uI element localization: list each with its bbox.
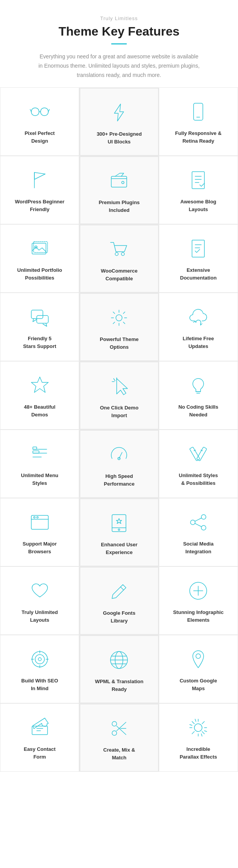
seo-icon bbox=[27, 647, 52, 672]
feature-label-ux: Enhanced UserExperience bbox=[101, 541, 138, 556]
feature-label-fonts: Google FontsLibrary bbox=[103, 609, 136, 624]
menu-icon bbox=[27, 442, 52, 466]
no-coding-icon bbox=[186, 373, 211, 398]
feature-card-create-match: Create, Mix &Match bbox=[80, 704, 158, 772]
feature-card-layouts: Truly UnlimitedLayouts bbox=[0, 567, 79, 635]
feature-label-demo-import: One Click DemoImport bbox=[100, 404, 139, 419]
feature-card-plugins: Premium PluginsIncluded bbox=[80, 156, 158, 224]
feature-label-support: Friendly 5Stars Support bbox=[23, 335, 56, 350]
title-divider bbox=[111, 43, 127, 44]
feature-label-seo: Build With SEOIn Mind bbox=[21, 677, 58, 692]
feature-label-demos: 48+ BeautifulDemos bbox=[24, 403, 55, 418]
feature-label-woocommerce: WooCommerceCompatible bbox=[101, 267, 138, 282]
feature-label-create-match: Create, Mix &Match bbox=[103, 746, 135, 761]
infographic-icon bbox=[186, 578, 211, 603]
contact-icon bbox=[27, 715, 52, 740]
demos-icon bbox=[27, 373, 52, 398]
woocommerce-icon bbox=[107, 237, 131, 262]
feature-label-ui-blocks: 300+ Pre-DesignedUI Blocks bbox=[97, 130, 142, 145]
feature-card-infographic: Stunning InfographicElements bbox=[159, 567, 238, 635]
feature-card-support: Friendly 5Stars Support bbox=[0, 293, 79, 361]
feature-label-styles: Unlimited Styles& Possibilities bbox=[179, 472, 218, 487]
feature-card-no-coding: No Coding SkillsNeeded bbox=[159, 362, 238, 430]
feature-card-wordpress: WordPress BeginnerFriendly bbox=[0, 156, 79, 224]
blog-icon bbox=[186, 168, 211, 193]
documentation-icon bbox=[186, 236, 211, 261]
feature-card-woocommerce: WooCommerceCompatible bbox=[80, 225, 158, 293]
styles-icon bbox=[186, 442, 211, 466]
updates-icon bbox=[186, 305, 211, 329]
header-description: Everything you need for a great and awes… bbox=[38, 52, 200, 80]
pixel-perfect-icon bbox=[27, 99, 52, 124]
feature-card-documentation: ExtensiveDocumentation bbox=[159, 225, 238, 293]
feature-label-wordpress: WordPress BeginnerFriendly bbox=[15, 198, 64, 213]
plugins-icon bbox=[107, 169, 131, 193]
page-wrapper: Truly Limitless Theme Key Features Every… bbox=[0, 0, 238, 772]
feature-card-browsers: Support MajorBrowsers bbox=[0, 498, 79, 566]
feature-card-portfolio: Unlimited PortfolioPossibilities bbox=[0, 225, 79, 293]
layouts-icon bbox=[27, 578, 52, 603]
feature-label-parallax: IncredibleParallax Effects bbox=[180, 745, 217, 761]
feature-card-demo-import: One Click DemoImport bbox=[80, 362, 158, 430]
feature-card-menu: Unlimited MenuStyles bbox=[0, 430, 79, 498]
feature-label-infographic: Stunning InfographicElements bbox=[173, 609, 224, 624]
feature-card-ui-blocks: 300+ Pre-DesignedUI Blocks bbox=[80, 88, 158, 156]
page-title: Theme Key Features bbox=[15, 24, 223, 39]
feature-label-social: Social MediaIntegration bbox=[183, 540, 214, 555]
feature-card-styles: Unlimited Styles& Possibilities bbox=[159, 430, 238, 498]
feature-card-speed: High SpeedPerformance bbox=[80, 430, 158, 498]
feature-card-contact: Easy ContactForm bbox=[0, 704, 79, 772]
social-icon bbox=[186, 510, 211, 535]
feature-label-pixel-perfect: Pixel PerfectDesign bbox=[25, 130, 55, 145]
feature-card-social: Social MediaIntegration bbox=[159, 498, 238, 566]
responsive-icon bbox=[186, 99, 211, 124]
demo-import-icon bbox=[107, 374, 131, 399]
portfolio-icon bbox=[27, 236, 52, 261]
feature-card-pixel-perfect: Pixel PerfectDesign bbox=[0, 88, 79, 156]
header-subtitle: Truly Limitless bbox=[15, 15, 223, 21]
feature-card-parallax: IncredibleParallax Effects bbox=[159, 704, 238, 772]
feature-card-theme-options: Powerful ThemeOptions bbox=[80, 293, 158, 361]
feature-card-responsive: Fully Responsive &Retina Ready bbox=[159, 88, 238, 156]
support-icon bbox=[27, 305, 52, 329]
create-match-icon bbox=[107, 716, 131, 741]
feature-card-updates: Lifetime FreeUpdates bbox=[159, 293, 238, 361]
feature-card-blog: Awesome BlogLayouts bbox=[159, 156, 238, 224]
feature-label-wpml: WPML & TranslationReady bbox=[95, 678, 143, 693]
wordpress-icon bbox=[27, 168, 52, 193]
ui-blocks-icon bbox=[107, 100, 131, 125]
feature-label-updates: Lifetime FreeUpdates bbox=[183, 335, 214, 350]
wpml-icon bbox=[107, 648, 131, 672]
feature-label-speed: High SpeedPerformance bbox=[104, 472, 134, 488]
feature-label-blog: Awesome BlogLayouts bbox=[180, 198, 216, 213]
feature-label-theme-options: Powerful ThemeOptions bbox=[100, 336, 138, 351]
feature-label-maps: Custom GoogleMaps bbox=[180, 677, 217, 692]
fonts-icon bbox=[107, 579, 131, 604]
feature-card-maps: Custom GoogleMaps bbox=[159, 635, 238, 703]
feature-card-ux: Enhanced UserExperience bbox=[80, 498, 158, 566]
feature-label-browsers: Support MajorBrowsers bbox=[23, 540, 57, 555]
feature-label-plugins: Premium PluginsIncluded bbox=[99, 199, 139, 214]
feature-label-portfolio: Unlimited PortfolioPossibilities bbox=[17, 266, 62, 281]
feature-label-menu: Unlimited MenuStyles bbox=[21, 472, 58, 487]
feature-label-layouts: Truly UnlimitedLayouts bbox=[22, 609, 58, 624]
ux-icon bbox=[107, 511, 131, 535]
maps-icon bbox=[186, 647, 211, 672]
feature-label-documentation: ExtensiveDocumentation bbox=[180, 266, 217, 281]
feature-card-demos: 48+ BeautifulDemos bbox=[0, 362, 79, 430]
feature-card-seo: Build With SEOIn Mind bbox=[0, 635, 79, 703]
features-grid: Pixel PerfectDesign300+ Pre-DesignedUI B… bbox=[0, 87, 238, 772]
feature-label-contact: Easy ContactForm bbox=[24, 745, 55, 761]
feature-card-wpml: WPML & TranslationReady bbox=[80, 635, 158, 703]
theme-options-icon bbox=[107, 305, 131, 330]
speed-icon bbox=[107, 442, 131, 467]
page-header: Truly Limitless Theme Key Features Every… bbox=[0, 0, 238, 87]
browsers-icon bbox=[27, 510, 52, 535]
feature-card-fonts: Google FontsLibrary bbox=[80, 567, 158, 635]
feature-label-no-coding: No Coding SkillsNeeded bbox=[178, 403, 218, 418]
feature-label-responsive: Fully Responsive &Retina Ready bbox=[175, 130, 221, 145]
parallax-icon bbox=[186, 715, 211, 740]
